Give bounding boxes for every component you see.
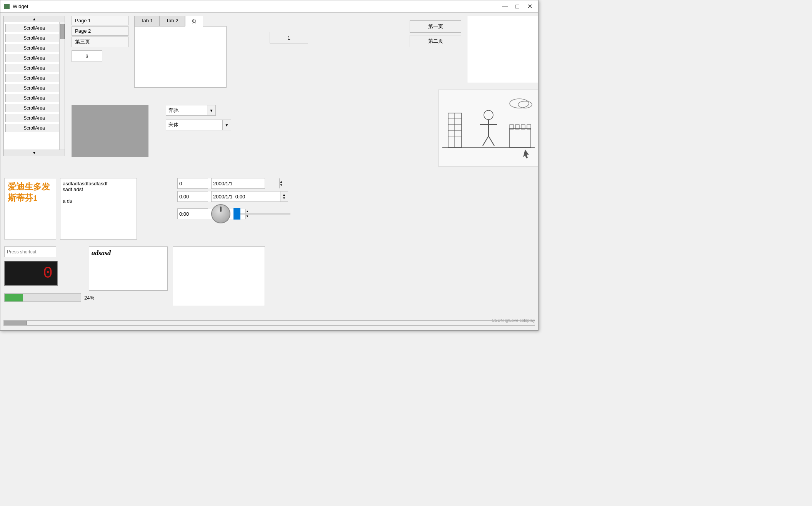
combo-1-text: 奔驰 <box>166 107 207 114</box>
sidebar-item-3[interactable]: ScrollArea <box>5 54 63 62</box>
tab-page[interactable]: 页 <box>185 16 203 27</box>
plain-text-edit-container: adsasd <box>89 246 168 291</box>
dial-container <box>211 204 230 223</box>
time-spinbox[interactable]: ▲ ▼ <box>177 208 208 219</box>
page-item-2[interactable]: Page 2 <box>72 26 128 36</box>
sidebar-item-2[interactable]: ScrollArea <box>5 44 63 52</box>
datetime-up-arrow: ▲ <box>283 193 286 196</box>
datetime-input[interactable] <box>212 194 280 200</box>
window-title: Widget <box>13 3 28 9</box>
dial-indicator <box>220 206 222 212</box>
key-sequence-container <box>4 246 56 257</box>
sidebar-scrollbar-thumb[interactable] <box>60 24 65 39</box>
combo-2-arrow: ▼ <box>222 120 231 130</box>
titlebar-controls: — □ ✕ <box>500 2 534 11</box>
sidebar-item-1[interactable]: ScrollArea <box>5 34 63 42</box>
main-window: Widget — □ ✕ ▲ ScrollArea ScrollArea Scr… <box>0 0 539 331</box>
tab-1[interactable]: Tab 1 <box>134 16 160 26</box>
scroll-up-arrow[interactable]: ▲ <box>4 16 65 22</box>
titlebar: Widget — □ ✕ <box>0 0 538 13</box>
sidebar-item-4[interactable]: ScrollArea <box>5 64 63 72</box>
h-scrollbar-thumb[interactable] <box>4 321 27 325</box>
right-buttons-group: 第一页 第二页 <box>410 20 461 47</box>
combo-2-text: 宋体 <box>166 122 222 128</box>
progress-bar-widget <box>4 293 81 302</box>
date-up-arrow: ▲ <box>280 180 283 183</box>
tab-widget: Tab 1 Tab 2 页 <box>134 16 227 88</box>
sidebar-item-0[interactable]: ScrollArea <box>5 24 63 32</box>
first-page-button[interactable]: 第一页 <box>410 20 461 33</box>
datetime-up-down[interactable]: ▲ ▼ <box>280 191 288 201</box>
lcd-display: 0 <box>4 261 58 286</box>
minimize-button[interactable]: — <box>500 2 510 11</box>
illustration-area <box>438 90 538 166</box>
orange-label-widget: 爱迪生多发斯蒂芬1 <box>4 178 56 240</box>
number-box: 1 <box>270 32 308 43</box>
watermark: CSDN @Love coldplay <box>492 318 535 323</box>
svg-rect-14 <box>510 128 531 148</box>
sidebar-item-5[interactable]: ScrollArea <box>5 74 63 82</box>
horizontal-scrollbar[interactable] <box>3 320 535 326</box>
combo-box-2[interactable]: 宋体 ▼ <box>166 120 231 130</box>
sidebar-scroll-area[interactable]: ▲ ScrollArea ScrollArea ScrollArea Scrol… <box>3 16 65 156</box>
page-item-3[interactable]: 第三页 <box>72 37 128 47</box>
sidebar-content: ScrollArea ScrollArea ScrollArea ScrollA… <box>4 22 65 134</box>
svg-point-8 <box>484 110 493 120</box>
sidebar-item-10[interactable]: ScrollArea <box>5 124 63 132</box>
number-frame: 1 <box>270 32 308 43</box>
scroll-down-arrow[interactable]: ▼ <box>4 150 65 156</box>
big-text-area-container <box>173 246 265 306</box>
slider-track[interactable] <box>240 213 290 215</box>
illustration-svg <box>439 90 538 166</box>
dial-widget[interactable] <box>211 204 230 223</box>
svg-line-12 <box>489 136 494 146</box>
tab-bar: Tab 1 Tab 2 页 <box>134 16 227 26</box>
right-white-panel-top <box>467 16 538 83</box>
orange-label-text: 爱迪生多发斯蒂芬1 <box>8 182 50 203</box>
lcd-value: 0 <box>43 264 53 283</box>
datetime-edit[interactable]: ▲ ▼ <box>211 191 288 202</box>
key-sequence-input[interactable] <box>4 246 56 257</box>
text-edit-widget[interactable]: asdfadfasdfasdfasdf sadf adsf a ds <box>60 178 137 240</box>
tab-content <box>134 26 227 88</box>
progress-fill <box>5 294 23 301</box>
combo-box-1[interactable]: 奔驰 ▼ <box>166 105 216 116</box>
combo-group: 奔驰 ▼ 宋体 ▼ <box>166 105 231 130</box>
svg-line-11 <box>483 136 489 146</box>
double-spinbox[interactable]: ▲ ▼ <box>177 191 208 202</box>
progress-label: 24% <box>84 295 94 301</box>
date-down-arrow: ▼ <box>280 184 283 187</box>
sidebar-item-9[interactable]: ScrollArea <box>5 114 63 122</box>
progress-container: 24% <box>4 293 94 302</box>
sidebar-scrollbar[interactable] <box>59 22 65 150</box>
datetime-down-arrow: ▼ <box>283 197 286 200</box>
slider-handle[interactable] <box>233 208 240 220</box>
date-input[interactable] <box>212 181 279 186</box>
int-spinbox[interactable]: ▲ ▼ <box>177 178 208 189</box>
text-edit-container: asdfadfasdfasdfasdf sadf adsf a ds <box>60 178 137 240</box>
slider-group <box>233 208 290 220</box>
tab-2[interactable]: Tab 2 <box>160 16 185 26</box>
sidebar-item-7[interactable]: ScrollArea <box>5 94 63 102</box>
date-edit[interactable]: ▲ ▼ <box>211 178 265 189</box>
maximize-button[interactable]: □ <box>513 2 522 11</box>
plain-text-edit[interactable]: adsasd <box>89 246 168 291</box>
second-page-button[interactable]: 第二页 <box>410 35 461 47</box>
page-number-display: 3 <box>72 50 102 62</box>
app-icon <box>4 4 10 9</box>
combo-1-arrow: ▼ <box>207 105 215 115</box>
sidebar-item-8[interactable]: ScrollArea <box>5 104 63 112</box>
page-item-1[interactable]: Page 1 <box>72 16 128 25</box>
big-text-area[interactable] <box>173 246 265 306</box>
controls-row: ▲ ▼ ▲ ▼ ▲ <box>177 178 290 223</box>
pages-list: Page 1 Page 2 第三页 3 <box>72 16 128 62</box>
gray-image-placeholder <box>72 105 148 157</box>
close-button[interactable]: ✕ <box>525 2 534 11</box>
svg-marker-19 <box>523 150 529 158</box>
date-up-down[interactable]: ▲ ▼ <box>279 178 283 188</box>
sidebar-item-6[interactable]: ScrollArea <box>5 84 63 92</box>
